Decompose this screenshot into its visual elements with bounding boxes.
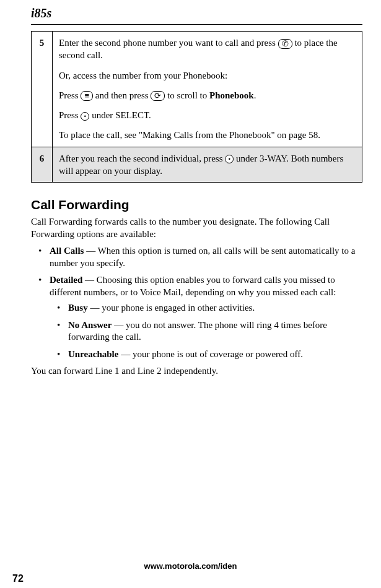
scroll-icon: ⟳ <box>151 91 165 101</box>
step-paragraph: Press • under SELECT. <box>59 109 356 121</box>
page-number: 72 <box>12 573 24 584</box>
menu-icon: ≡ <box>81 91 93 101</box>
section-heading: Call Forwarding <box>31 197 362 212</box>
list-item: All Calls — When this option is turned o… <box>31 245 362 269</box>
page-header: i85s <box>31 6 362 20</box>
header-rule <box>31 24 362 25</box>
step-body: After you reach the second individual, p… <box>53 147 362 183</box>
bullet-list: All Calls — When this option is turned o… <box>31 245 362 360</box>
step-number: 6 <box>32 147 53 183</box>
footer-url: www.motorola.com/iden <box>0 561 381 571</box>
bullet-label: All Calls <box>50 246 84 256</box>
step-body: Enter the second phone number you want t… <box>53 32 362 147</box>
option-icon: • <box>225 155 234 163</box>
bullet-label: No Answer <box>68 320 112 330</box>
section-intro: Call Forwarding forwards calls to the nu… <box>31 216 362 240</box>
section-outro: You can forward Line 1 and Line 2 indepe… <box>31 365 362 378</box>
step-paragraph: Enter the second phone number you want t… <box>59 37 356 62</box>
step-paragraph: After you reach the second individual, p… <box>59 152 356 178</box>
list-item: Busy — your phone is engaged in other ac… <box>50 302 362 314</box>
step-paragraph: Press ≡ and then press ⟳ to scroll to Ph… <box>59 89 356 102</box>
step-number: 5 <box>32 32 53 147</box>
bullet-label: Busy <box>68 303 88 313</box>
list-item: No Answer — you do not answer. The phone… <box>50 319 362 344</box>
steps-table: 5Enter the second phone number you want … <box>31 31 362 183</box>
step-paragraph: Or, access the number from your Phoneboo… <box>59 69 356 82</box>
bullet-label: Unreachable <box>68 349 118 359</box>
list-item: Detailed — Choosing this option enables … <box>31 274 362 360</box>
step-paragraph: To place the call, see "Making Calls fro… <box>59 129 356 141</box>
bold-term: Phonebook <box>209 90 254 100</box>
table-row: 6After you reach the second individual, … <box>32 147 362 183</box>
select-icon: • <box>81 112 89 121</box>
sub-list: Busy — your phone is engaged in other ac… <box>50 302 362 360</box>
model-label: i85s <box>31 6 51 20</box>
bullet-label: Detailed <box>50 275 82 285</box>
table-row: 5Enter the second phone number you want … <box>32 32 362 147</box>
call-icon: ✆ <box>278 39 292 49</box>
list-item: Unreachable — your phone is out of cover… <box>50 348 362 361</box>
